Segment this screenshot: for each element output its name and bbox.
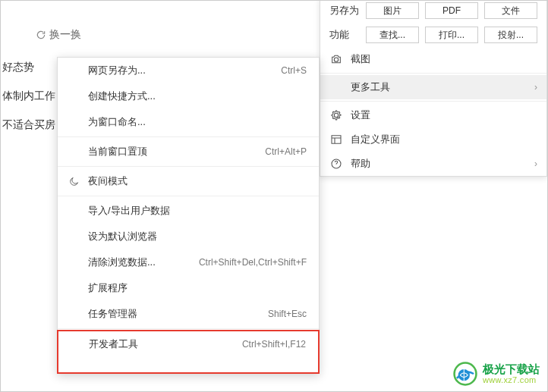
clear-data-item[interactable]: 清除浏览数据... Ctrl+Shift+Del,Ctrl+Shift+F [58,249,319,275]
bg-line: 体制内工作 [1,81,55,110]
chevron-right-icon: › [534,82,537,93]
watermark-url: www.xz7.com [483,375,540,384]
watermark-title: 极光下载站 [483,363,540,376]
globe-icon [452,361,478,387]
more-tools-item[interactable]: 更多工具 › [320,75,546,99]
more-tools-label: 更多工具 [351,80,527,94]
save-as-row: 另存为 图片 PDF 文件 [320,0,546,23]
help-label: 帮助 [351,157,527,171]
extensions-label: 扩展程序 [88,281,299,295]
task-manager-shortcut: Shift+Esc [268,309,307,319]
save-as-label: 另存为 [329,4,360,17]
more-tools-submenu: 网页另存为... Ctrl+S 创建快捷方式... 为窗口命名... 当前窗口置… [57,57,320,374]
menu-separator [320,101,546,102]
save-as-image-button[interactable]: 图片 [366,2,419,19]
create-shortcut-label: 创建快捷方式... [88,89,299,103]
menu-separator [58,166,319,167]
custom-ui-label: 自定义界面 [351,133,537,146]
moon-icon [67,176,80,187]
save-page-shortcut: Ctrl+S [281,65,307,76]
main-menu: 另存为 图片 PDF 文件 功能 查找... 打印... 投射... 截图 更多… [320,0,547,177]
bg-line: 好态势 [1,52,55,81]
menu-separator [58,196,319,196]
screenshot-item[interactable]: 截图 [320,47,546,71]
background-text: 好态势 体制内工作 不适合买房 [1,30,55,139]
bg-line: 不适合买房 [1,110,55,139]
clear-data-label: 清除浏览数据... [88,256,191,269]
menu-separator [58,136,319,137]
camera-icon [329,53,343,65]
find-button[interactable]: 查找... [366,27,419,43]
gear-icon [329,109,343,121]
default-browser-item[interactable]: 设为默认浏览器 [58,224,319,249]
save-page-item[interactable]: 网页另存为... Ctrl+S [58,58,319,83]
watermark: 极光下载站 www.xz7.com [452,361,540,387]
dev-tools-item[interactable]: 开发者工具 Ctrl+Shift+I,F12 [58,331,318,357]
screenshot-label: 截图 [351,52,537,66]
cast-button[interactable]: 投射... [484,27,537,43]
night-mode-item[interactable]: 夜间模式 [58,168,319,194]
save-page-label: 网页另存为... [88,64,273,77]
clear-data-shortcut: Ctrl+Shift+Del,Ctrl+Shift+F [199,257,307,268]
settings-item[interactable]: 设置 [320,103,546,127]
highlight-annotation: 开发者工具 Ctrl+Shift+I,F12 [57,330,320,374]
task-manager-item[interactable]: 任务管理器 Shift+Esc [58,301,319,327]
custom-ui-item[interactable]: 自定义界面 [320,127,546,152]
menu-separator [58,328,319,329]
name-window-item[interactable]: 为窗口命名... [58,109,319,135]
pin-window-label: 当前窗口置顶 [88,145,257,158]
dev-tools-label: 开发者工具 [89,337,235,351]
task-manager-label: 任务管理器 [88,307,260,321]
functions-row: 功能 查找... 打印... 投射... [320,23,546,47]
help-item[interactable]: 帮助 › [320,152,546,176]
extensions-item[interactable]: 扩展程序 [58,275,319,301]
create-shortcut-item[interactable]: 创建快捷方式... [58,83,319,109]
functions-label: 功能 [329,28,360,42]
name-window-label: 为窗口命名... [88,115,299,129]
import-export-label: 导入/导出用户数据 [88,204,299,218]
menu-separator [320,73,546,74]
pin-window-shortcut: Ctrl+Alt+P [265,146,307,157]
help-icon [329,158,343,170]
print-button[interactable]: 打印... [425,27,478,43]
night-mode-label: 夜间模式 [88,174,299,188]
dev-tools-shortcut: Ctrl+Shift+I,F12 [242,339,306,350]
default-browser-label: 设为默认浏览器 [88,230,299,243]
pin-window-item[interactable]: 当前窗口置顶 Ctrl+Alt+P [58,139,319,165]
save-as-pdf-button[interactable]: PDF [425,2,478,19]
layout-icon [329,133,343,146]
chevron-right-icon: › [534,158,537,169]
settings-label: 设置 [351,108,537,122]
import-export-item[interactable]: 导入/导出用户数据 [58,198,319,224]
save-as-file-button[interactable]: 文件 [484,2,537,19]
